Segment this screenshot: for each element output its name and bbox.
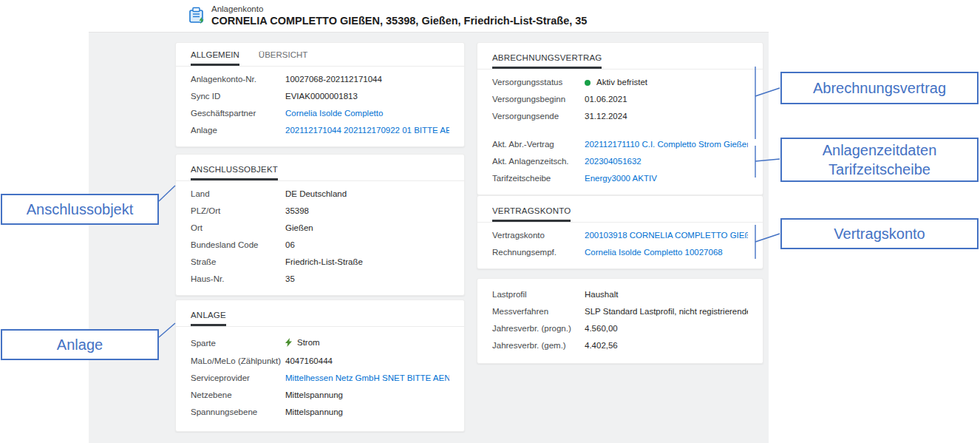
- field-label: Spannungsebene: [191, 407, 285, 418]
- field-value: 4.560,00: [585, 323, 748, 334]
- field-row: Tarifzeitscheibe Energy3000 AKTIV: [477, 170, 763, 187]
- field-label: Land: [191, 189, 285, 200]
- field-row: Versorgungsbeginn 01.06.2021: [477, 91, 763, 108]
- field-value: Mittelspannung: [285, 390, 449, 401]
- field-label: Sync ID: [191, 91, 285, 102]
- tab-allgemein[interactable]: ALLGEMEIN: [191, 50, 239, 66]
- field-label: MaLo/MeLo (Zählpunkt): [191, 356, 285, 367]
- field-label: Messverfahren: [492, 306, 585, 317]
- field-row: Akt. Abr.-Vertrag 202112171110 C.I. Comp…: [477, 136, 763, 153]
- field-row: Geschäftspartner Cornelia Isolde Complet…: [176, 105, 464, 122]
- field-row: Bundesland Code 06: [176, 237, 464, 254]
- anlage-link[interactable]: 202112171044 202112170922 01 BITTE AENDE…: [285, 125, 449, 136]
- field-value: Haushalt: [585, 289, 748, 300]
- field-label: Ort: [191, 223, 285, 234]
- serviceprovider-link[interactable]: Mittelhessen Netz GmbH SNET BITTE AENDER…: [285, 373, 449, 384]
- field-row: Netzebene Mittelspannung: [176, 387, 464, 404]
- field-row: Jahresverbr. (progn.) 4.560,00: [477, 320, 763, 337]
- field-row: Versorgungsstatus Aktiv befristet: [477, 74, 763, 91]
- entity-type-label: Anlagenkonto: [211, 4, 263, 13]
- field-row: Ort Gießen: [176, 220, 464, 237]
- field-label: Geschäftspartner: [191, 108, 285, 119]
- field-row: Anlage 202112171044 202112170922 01 BITT…: [176, 122, 464, 139]
- rechnungsempfaenger-link[interactable]: Cornelia Isolde Completto 10027068: [585, 247, 748, 258]
- field-value: 35398: [285, 206, 449, 217]
- callout-text: Vertragskonto: [834, 224, 925, 243]
- vertragskonto-card: VERTRAGSKONTO Vertragskonto 200103918 CO…: [477, 195, 763, 269]
- field-value: Friedrich-List-Straße: [285, 257, 449, 268]
- callout-vertragskonto: Vertragskonto: [780, 218, 979, 249]
- field-row: Spannungsebene Mittelspannung: [176, 404, 464, 421]
- vertragskonto-link[interactable]: 200103918 CORNELIA COMPLETTO GIEßEN: [585, 230, 748, 241]
- field-rows: Anlagenkonto-Nr. 10027068-202112171044 S…: [176, 67, 464, 146]
- status-dot-green: [585, 80, 591, 86]
- field-label: Netzebene: [191, 390, 285, 401]
- card-title: VERTRAGSKONTO: [492, 206, 571, 222]
- field-row: Serviceprovider Mittelhessen Netz GmbH S…: [176, 370, 464, 387]
- row-spacer: [477, 125, 763, 136]
- tab-uebersicht[interactable]: ÜBERSICHT: [259, 50, 307, 66]
- field-label: Anlagenkonto-Nr.: [191, 74, 285, 85]
- field-label: PLZ/Ort: [191, 206, 285, 217]
- field-row: Rechnungsempf. Cornelia Isolde Completto…: [477, 244, 763, 261]
- field-label: Jahresverbr. (gem.): [492, 340, 585, 351]
- versorgungsstatus-text: Aktiv befristet: [596, 78, 647, 87]
- field-row: Sync ID EVIAK0000001813: [176, 88, 464, 105]
- callout-text: Anschlussobjekt: [27, 200, 134, 219]
- allgemein-card: ALLGEMEIN ÜBERSICHT Anlagenkonto-Nr. 100…: [175, 42, 465, 147]
- field-rows: Versorgungsstatus Aktiv befristet Versor…: [477, 70, 763, 195]
- field-row: Jahresverbr. (gem.) 4.402,56: [477, 337, 763, 354]
- field-row: MaLo/MeLo (Zählpunkt) 4047160444: [176, 353, 464, 370]
- field-rows: Lastprofil Haushalt Messverfahren SLP St…: [477, 279, 763, 363]
- card-title: ANLAGE: [191, 311, 226, 326]
- callout-abrechnungsvertrag: Abrechnungsvertrag: [780, 72, 979, 104]
- field-row: Anlagenkonto-Nr. 10027068-202112171044: [176, 71, 464, 88]
- callout-text: Anlage: [57, 335, 103, 354]
- callout-anlage: Anlage: [1, 329, 159, 360]
- field-row: Vertragskonto 200103918 CORNELIA COMPLET…: [477, 227, 763, 244]
- callout-text-line1: Anlagenzeitdaten: [823, 141, 937, 160]
- field-label: Versorgungsstatus: [492, 77, 585, 88]
- card-header: ABRECHNUNGSVERTRAG: [477, 43, 763, 70]
- card-title: ANSCHLUSSOBJEKT: [191, 165, 278, 180]
- card-tabs: ALLGEMEIN ÜBERSICHT: [176, 43, 464, 67]
- field-label: Lastprofil: [492, 289, 585, 300]
- field-value: 06: [285, 240, 449, 251]
- electricity-icon: [285, 338, 293, 350]
- anschlussobjekt-card: ANSCHLUSSOBJEKT Land DE Deutschland PLZ/…: [175, 154, 465, 296]
- abr-vertrag-link[interactable]: 202112171110 C.I. Completto Strom Gießen: [585, 139, 748, 150]
- anlage-card: ANLAGE Sparte Strom MaLo/MeLo (Zählpunkt…: [175, 300, 465, 432]
- card-title: ABRECHNUNGSVERTRAG: [492, 53, 602, 69]
- field-value: 35: [285, 274, 449, 285]
- field-label: Bundesland Code: [191, 240, 285, 251]
- field-row: Akt. Anlagenzeitsch. 202304051632: [477, 153, 763, 170]
- sparte-value: Strom: [297, 338, 320, 347]
- anlagenzeitscheibe-link[interactable]: 202304051632: [585, 156, 748, 167]
- field-label: Straße: [191, 257, 285, 268]
- field-value: 4047160444: [285, 356, 449, 367]
- field-row: Messverfahren SLP Standard Lastprofil, n…: [477, 303, 763, 320]
- card-header: ANLAGE: [176, 300, 464, 327]
- tarifzeitscheibe-link[interactable]: Energy3000 AKTIV: [585, 173, 748, 184]
- callout-text-line2: Tarifzeitscheibe: [828, 160, 930, 179]
- field-value: SLP Standard Lastprofil, nicht registrie…: [585, 306, 748, 317]
- verbrauch-card: Lastprofil Haushalt Messverfahren SLP St…: [477, 278, 763, 364]
- field-rows: Land DE Deutschland PLZ/Ort 35398 Ort Gi…: [176, 181, 464, 295]
- field-value: EVIAK0000001813: [285, 91, 449, 102]
- field-value: 4.402,56: [585, 340, 748, 351]
- field-row: Sparte Strom: [176, 334, 464, 353]
- anlagenkonto-icon: [187, 6, 207, 26]
- field-label: Tarifzeitscheibe: [492, 173, 585, 184]
- abrechnungsvertrag-card: ABRECHNUNGSVERTRAG Versorgungsstatus Akt…: [477, 42, 763, 195]
- field-row: Lastprofil Haushalt: [477, 286, 763, 303]
- field-value: Gießen: [285, 223, 449, 234]
- screen: Anlagenkonto CORNELIA COMPLETTO GIEßEN, …: [0, 0, 980, 443]
- field-row: Land DE Deutschland: [176, 186, 464, 203]
- field-value: 31.12.2024: [585, 111, 748, 122]
- field-label: Haus-Nr.: [191, 274, 285, 285]
- field-label: Anlage: [191, 125, 285, 136]
- geschaeftspartner-link[interactable]: Cornelia Isolde Completto: [285, 108, 449, 119]
- callout-text: Abrechnungsvertrag: [813, 78, 946, 98]
- field-value: DE Deutschland: [285, 189, 449, 200]
- field-label: Akt. Anlagenzeitsch.: [492, 156, 585, 167]
